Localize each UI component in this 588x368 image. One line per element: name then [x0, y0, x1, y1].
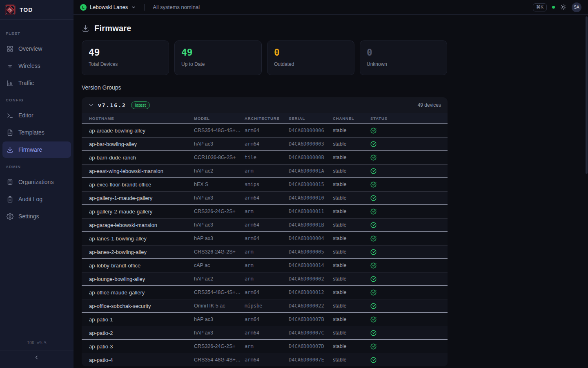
cell-channel: stable — [333, 330, 370, 336]
page-title: Firmware — [94, 24, 131, 33]
sidebar-item-label: Templates — [18, 129, 45, 136]
column-header-hostname: HOSTNAME — [89, 116, 194, 121]
cell-channel: stable — [333, 222, 370, 228]
table-row[interactable]: ap-patio-4 CRS354-48G-4S+… arm64 D4CA6D0… — [82, 353, 448, 366]
stat-card-unknown: 0 Unknown — [360, 40, 447, 75]
cell-model: hAP ac2 — [194, 276, 245, 282]
sidebar-item-settings[interactable]: Settings — [2, 208, 71, 224]
column-header-model: MODEL — [194, 116, 245, 121]
table-row[interactable]: ap-patio-3 CRS326-24G-2S+ arm D4CA6D0000… — [82, 339, 448, 353]
cell-hostname: ap-lanes-2-bowling-alley — [89, 249, 194, 255]
cell-architecture: arm64 — [245, 222, 289, 228]
sidebar-item-traffic[interactable]: Traffic — [2, 75, 71, 91]
cell-model: CRS326-24G-2S+ — [194, 343, 245, 349]
cell-hostname: ap-office-sobchak-security — [89, 303, 194, 309]
stat-value: 0 — [274, 47, 347, 58]
nav-section-fleet: FLEET — [2, 25, 71, 40]
table-header-row: HOSTNAME MODEL ARCHITECTURE SERIAL CHANN… — [82, 113, 448, 123]
cell-model: CRS354-48G-4S+… — [194, 128, 245, 133]
sidebar-item-wireless[interactable]: Wireless — [2, 58, 71, 74]
table-row[interactable]: ap-lobby-brandt-office cAP ac arm D4CA6D… — [82, 258, 448, 272]
theme-toggle-sun-icon[interactable] — [560, 4, 566, 10]
table-row[interactable]: ap-exec-floor-brandt-office hEX S smips … — [82, 177, 448, 191]
sidebar-item-firmware[interactable]: Firmware — [2, 141, 71, 158]
cell-architecture: tile — [245, 155, 289, 160]
app-logo-row[interactable]: TOD — [0, 0, 74, 20]
check-circle-icon — [370, 303, 448, 309]
cell-channel: stable — [333, 357, 370, 363]
check-circle-icon — [370, 195, 448, 201]
sidebar-item-editor[interactable]: Editor — [2, 107, 71, 123]
table-row[interactable]: ap-lanes-1-bowling-alley hAP ax3 arm64 D… — [82, 231, 448, 245]
table-row[interactable]: ap-patio-2 hAP ax3 arm64 D4CA6D00007C st… — [82, 326, 448, 339]
cell-architecture: arm — [245, 263, 289, 268]
cell-hostname: ap-lobby-brandt-office — [89, 263, 194, 269]
cell-channel: stable — [333, 236, 370, 241]
cell-channel: stable — [333, 289, 370, 295]
check-circle-icon — [370, 357, 448, 363]
cell-architecture: mipsbe — [245, 303, 289, 309]
download-icon — [82, 25, 89, 32]
sidebar-item-templates[interactable]: Templates — [2, 124, 71, 141]
stat-card-up-to-date: 49 Up to Date — [174, 40, 262, 75]
table-row[interactable]: ap-east-wing-lebowski-mansion hAP ac2 ar… — [82, 164, 448, 177]
table-row[interactable]: ap-gallery-2-maude-gallery CRS326-24G-2S… — [82, 204, 448, 218]
cell-hostname: ap-gallery-1-maude-gallery — [89, 195, 194, 201]
table-row[interactable]: ap-garage-lebowski-mansion hAP ac3 arm64… — [82, 218, 448, 231]
user-avatar[interactable]: SA — [572, 2, 581, 12]
column-header-channel: CHANNEL — [333, 116, 370, 121]
wifi-icon — [7, 63, 13, 70]
cell-hostname: ap-lounge-bowling-alley — [89, 276, 194, 282]
cell-architecture: arm — [245, 343, 289, 349]
cell-model: CRS326-24G-2S+ — [194, 209, 245, 214]
sidebar-item-organizations[interactable]: Organizations — [2, 174, 71, 190]
download-icon — [7, 146, 13, 153]
cell-serial: D4CA6D00007D — [289, 343, 333, 349]
org-selector[interactable]: L Lebowski Lanes — [80, 4, 136, 11]
cell-architecture: arm64 — [245, 357, 289, 363]
version-group-header[interactable]: v7.16.2 latest 49 devices — [82, 97, 448, 113]
sidebar-nav: FLEET Overview Wireless Traffic CONFI — [0, 20, 74, 337]
cell-model: hAP ac3 — [194, 222, 245, 228]
table-row[interactable]: ap-office-sobchak-security OmniTIK 5 ac … — [82, 299, 448, 312]
cell-serial: D4CA6D000004 — [289, 236, 333, 241]
check-circle-icon — [370, 316, 448, 323]
check-circle-icon — [370, 209, 448, 215]
cell-hostname: ap-lanes-1-bowling-alley — [89, 236, 194, 242]
cell-model: hAP ac3 — [194, 141, 245, 147]
table-row[interactable]: ap-barn-dude-ranch CCR1036-8G-2S+ tile D… — [82, 150, 448, 164]
stats-grid: 49 Total Devices 49 Up to Date 0 Outdate… — [82, 40, 448, 75]
cell-hostname: ap-office-maude-gallery — [89, 289, 194, 296]
scrollbar-thumb[interactable] — [586, 16, 588, 174]
sidebar-item-label: Settings — [18, 213, 39, 220]
sidebar-item-label: Audit Log — [18, 196, 42, 202]
cell-hostname: ap-barn-dude-ranch — [89, 155, 194, 161]
table-row[interactable]: ap-arcade-bowling-alley CRS354-48G-4S+… … — [82, 123, 448, 137]
table-row[interactable]: ap-lanes-2-bowling-alley CRS326-24G-2S+ … — [82, 245, 448, 258]
section-title: Version Groups — [82, 84, 448, 91]
table-body: ap-arcade-bowling-alley CRS354-48G-4S+… … — [82, 123, 448, 366]
table-row[interactable]: ap-bar-bowling-alley hAP ac3 arm64 D4CA6… — [82, 137, 448, 150]
table-row[interactable]: ap-patio-1 hAP ac3 arm64 D4CA6D00007B st… — [82, 312, 448, 326]
table-row[interactable]: ap-gallery-1-maude-gallery hAP ax3 arm64… — [82, 191, 448, 204]
rug-logo-icon — [5, 4, 16, 15]
table-row[interactable]: ap-office-maude-gallery CRS354-48G-4S+… … — [82, 285, 448, 299]
cell-serial: D4CA6D00007E — [289, 357, 333, 363]
sidebar-item-audit-log[interactable]: Audit Log — [2, 191, 71, 207]
nav-section-config: CONFIG — [2, 92, 71, 106]
version-number: v7.16.2 — [98, 102, 126, 108]
column-header-architecture: ARCHITECTURE — [245, 116, 289, 121]
chevron-down-icon — [88, 102, 94, 108]
topbar: L Lebowski Lanes All systems nominal ⌘K … — [74, 0, 588, 15]
gear-icon — [7, 213, 13, 220]
sidebar-item-overview[interactable]: Overview — [2, 40, 71, 57]
check-circle-icon — [370, 168, 448, 174]
cell-serial: D4CA6D000002 — [289, 276, 333, 282]
cell-serial: D4CA6D00001A — [289, 168, 333, 174]
sidebar-collapse-button[interactable] — [0, 350, 74, 366]
app-root: TOD FLEET Overview Wireless Traffi — [0, 0, 588, 368]
command-palette-button[interactable]: ⌘K — [533, 3, 547, 11]
table-row[interactable]: ap-lounge-bowling-alley hAP ac2 arm D4CA… — [82, 272, 448, 285]
cell-hostname: ap-patio-3 — [89, 343, 194, 350]
cell-hostname: ap-exec-floor-brandt-office — [89, 182, 194, 188]
